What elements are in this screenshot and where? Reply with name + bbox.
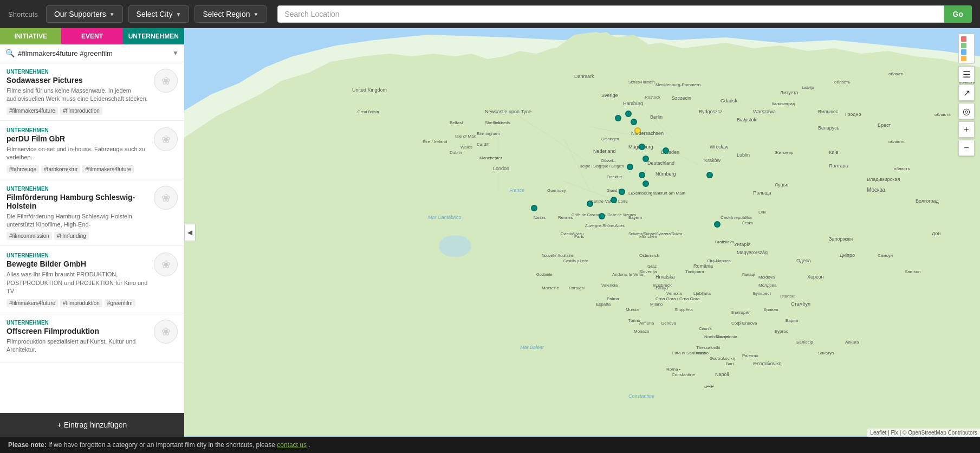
svg-text:Graz: Graz — [647, 264, 657, 269]
go-button[interactable]: Go — [944, 5, 972, 23]
svg-text:Belfast: Belfast — [450, 120, 463, 125]
svg-text:Nürnberg: Nürnberg — [656, 171, 676, 177]
tag[interactable]: #filmmakers4future — [7, 299, 58, 307]
select-region-dropdown[interactable]: Select Region ▼ — [194, 5, 267, 23]
map-marker[interactable] — [634, 127, 641, 134]
item-tags: #filmmakers4future#filmproduction — [7, 107, 148, 115]
map-marker[interactable] — [615, 115, 621, 121]
tag[interactable]: #filmmakers4future — [82, 165, 134, 173]
map-marker[interactable] — [642, 180, 649, 187]
svg-text:Gdańsk: Gdańsk — [721, 98, 738, 103]
list-item[interactable]: UNTERNEHMENOffscreen FilmproduktionFilmp… — [0, 313, 184, 364]
svg-text:Wales: Wales — [460, 145, 472, 150]
svg-text:Düssel...: Düssel... — [601, 159, 616, 163]
layer-icon[interactable] — [958, 34, 975, 64]
map-marker[interactable] — [619, 189, 625, 195]
svg-text:Ankara: Ankara — [845, 340, 859, 345]
svg-text:Бухарест: Бухарест — [753, 291, 771, 296]
svg-text:Castilla y León: Castilla y León — [563, 259, 588, 263]
map-marker[interactable] — [531, 205, 537, 211]
item-title: Filmförderung Hamburg Schleswig-Holstein — [7, 193, 148, 210]
svg-text:Great Britain: Great Britain — [358, 110, 379, 114]
map-marker[interactable] — [627, 164, 633, 170]
menu-icon[interactable]: ☰ — [958, 66, 975, 82]
svg-text:Hrvatska: Hrvatska — [656, 274, 675, 280]
tag[interactable]: #farbkorrektur — [41, 165, 80, 173]
svg-text:Sakarya: Sakarya — [818, 351, 834, 355]
svg-text:Θεσσαλονίκη: Θεσσαλονίκη — [753, 361, 782, 366]
map-marker[interactable] — [663, 147, 669, 154]
tag[interactable]: #filmmakers4future — [7, 107, 58, 115]
map-marker[interactable] — [611, 197, 617, 203]
svg-text:Mecklenburg-Pommern: Mecklenburg-Pommern — [656, 82, 700, 87]
svg-text:Mar Balear: Mar Balear — [520, 345, 544, 350]
svg-text:Литуета: Литуета — [780, 90, 798, 95]
chevron-down-icon[interactable]: ▼ — [172, 49, 179, 57]
list-item[interactable]: UNTERNEHMENperDU Film GbRFilmservice on-… — [0, 121, 184, 179]
svg-text:Bydgoszcz: Bydgoszcz — [699, 109, 723, 114]
list-item[interactable]: UNTERNEHMENBewegte Bilder GmbHAlles was … — [0, 246, 184, 313]
tag[interactable]: #filmfunding — [54, 232, 89, 240]
map-marker[interactable] — [639, 172, 645, 178]
svg-text:Владимирская: Владимирская — [867, 177, 900, 182]
tag[interactable]: #filmcommission — [7, 232, 52, 240]
svg-text:Галаці: Галаці — [742, 272, 755, 277]
map-marker[interactable] — [631, 119, 637, 125]
map-marker[interactable] — [714, 221, 721, 228]
map-marker[interactable] — [639, 144, 645, 150]
caret-icon: ▼ — [254, 11, 259, 17]
locate-icon[interactable]: ◎ — [958, 103, 975, 119]
map-marker[interactable] — [587, 200, 593, 207]
tag[interactable]: #fahrzeuge — [7, 165, 39, 173]
tab-unternehmen[interactable]: UNTERNEHMEN — [123, 28, 184, 44]
contact-us-link[interactable]: contact us — [277, 441, 307, 449]
tab-initiative[interactable]: INITIATIVE — [0, 28, 61, 44]
svg-text:Стамбул: Стамбул — [791, 301, 810, 307]
svg-text:Milano: Milano — [650, 302, 663, 307]
svg-text:Venezia: Venezia — [666, 291, 682, 296]
list-item[interactable]: UNTERNEHMENSodawasser PicturesFilme sind… — [0, 62, 184, 121]
map-marker[interactable] — [642, 156, 649, 162]
svg-text:область: область — [934, 112, 951, 117]
svg-text:Sverige: Sverige — [601, 93, 618, 98]
map-controls: ☰ ↗ ◎ + − — [958, 34, 975, 156]
svg-text:Беларусь: Беларусь — [818, 125, 840, 131]
tag[interactable]: #greenfilm — [105, 299, 135, 307]
share-icon[interactable]: ↗ — [958, 85, 975, 101]
list-item[interactable]: UNTERNEHMENFilmförderung Hamburg Schlesw… — [0, 179, 184, 247]
svg-text:Belgie / Belgique / Belgien: Belgie / Belgique / Belgien — [580, 164, 624, 169]
svg-text:London: London — [493, 166, 509, 171]
scroll-arrow[interactable]: ◀ — [184, 224, 196, 241]
map-marker[interactable] — [625, 111, 632, 117]
tag[interactable]: #filmproduktion — [60, 299, 102, 307]
svg-text:Timiçoara: Timiçoara — [685, 269, 704, 274]
svg-text:Česká republika: Česká republika — [721, 215, 752, 220]
zoom-out-button[interactable]: − — [958, 140, 975, 156]
svg-text:Roma •: Roma • — [666, 367, 681, 372]
svg-text:Rennes: Rennes — [558, 215, 573, 220]
svg-text:تونس: تونس — [704, 383, 714, 388]
map-marker[interactable] — [599, 213, 605, 219]
supporters-dropdown[interactable]: Our Supporters ▼ — [46, 5, 123, 23]
map-marker[interactable] — [706, 172, 713, 178]
zoom-in-button[interactable]: + — [958, 121, 975, 138]
item-category: UNTERNEHMEN — [7, 69, 148, 75]
search-input[interactable] — [277, 5, 944, 23]
svg-text:Вильнюс: Вильнюс — [818, 109, 839, 114]
svg-text:Schles-Holstein: Schles-Holstein — [628, 80, 655, 84]
map-container[interactable]: United Kingdom Éire / Ireland Belfast Is… — [184, 28, 980, 437]
item-desc: Filme sind für uns keine Massenware. In … — [7, 87, 148, 103]
svg-text:Θεσσαλονίκη: Θεσσαλονίκη — [710, 356, 735, 361]
top-bar: Shortcuts Our Supporters ▼ Select City ▼… — [0, 0, 980, 28]
list-container[interactable]: UNTERNEHMENSodawasser PicturesFilme sind… — [0, 62, 184, 413]
svg-text:Молдова: Молдова — [758, 283, 777, 288]
tab-event[interactable]: EVENT — [61, 28, 122, 44]
add-entry-button[interactable]: + Eintrag hinzufügen — [0, 413, 184, 437]
svg-text:Monaco: Monaco — [634, 329, 650, 334]
notice-bold: Please note: — [8, 441, 47, 449]
svg-text:Occitanie: Occitanie — [536, 273, 552, 276]
list-search-input[interactable] — [18, 49, 169, 57]
select-city-dropdown[interactable]: Select City ▼ — [128, 5, 190, 23]
tag[interactable]: #filmproduction — [60, 107, 102, 115]
svg-text:Nederland: Nederland — [593, 148, 616, 154]
